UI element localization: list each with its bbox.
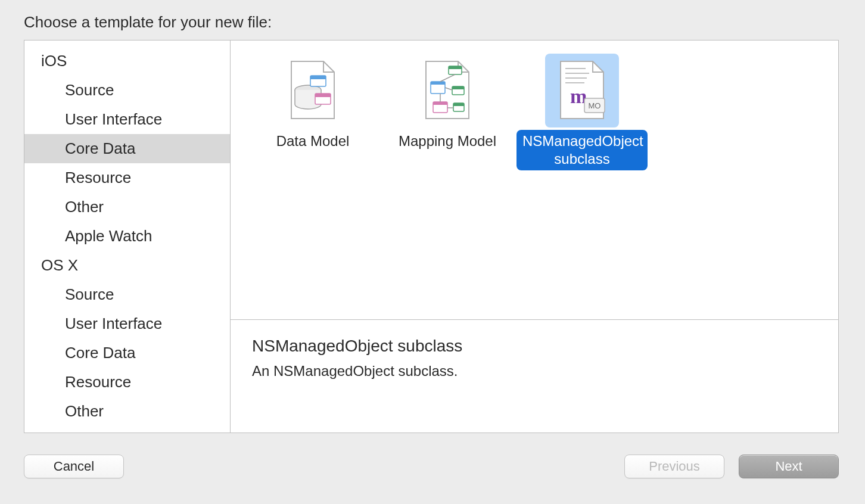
svg-rect-6 [449, 66, 462, 69]
previous-button[interactable]: Previous [624, 455, 724, 478]
template-nsmanagedobject-label: NSManagedObject subclass [516, 130, 648, 170]
svg-rect-12 [433, 102, 447, 105]
footer-bar: Cancel Previous Next [24, 455, 839, 478]
mapping-model-icon [410, 54, 484, 127]
sidebar-item-ios-user-interface[interactable]: User Interface [24, 105, 230, 134]
sidebar-item-osx-other[interactable]: Other [24, 397, 230, 426]
sidebar-item-ios-resource[interactable]: Resource [24, 163, 230, 192]
dialog-root: Choose a template for your new file: iOS… [0, 0, 865, 504]
svg-rect-10 [452, 86, 464, 89]
category-sidebar: iOS Source User Interface Core Data Reso… [24, 41, 231, 433]
data-model-icon [276, 54, 350, 127]
svg-rect-2 [310, 76, 326, 79]
template-grid: Data Model [231, 41, 838, 319]
sidebar-item-ios-source[interactable]: Source [24, 76, 230, 105]
sidebar-section-ios: iOS [24, 46, 230, 76]
cancel-button[interactable]: Cancel [24, 455, 124, 478]
svg-rect-4 [315, 94, 331, 97]
template-data-model[interactable]: Data Model [252, 49, 374, 156]
sidebar-item-osx-user-interface[interactable]: User Interface [24, 309, 230, 338]
sidebar-section-osx: OS X [24, 251, 230, 280]
detail-title: NSManagedObject subclass [252, 337, 817, 356]
detail-panel: NSManagedObject subclass An NSManagedObj… [231, 319, 838, 433]
template-nsmanagedobject-subclass[interactable]: m MO NSManagedObject subclass [521, 49, 643, 174]
dialog-title: Choose a template for your new file: [24, 13, 841, 32]
sidebar-item-ios-core-data[interactable]: Core Data [24, 134, 230, 163]
sidebar-item-ios-other[interactable]: Other [24, 192, 230, 222]
template-data-model-label: Data Model [270, 130, 356, 153]
main-panel: iOS Source User Interface Core Data Reso… [24, 40, 839, 433]
managed-object-icon: m MO [545, 54, 619, 127]
sidebar-item-ios-apple-watch[interactable]: Apple Watch [24, 222, 230, 251]
template-main: Data Model [231, 41, 838, 433]
template-mapping-model[interactable]: Mapping Model [387, 49, 508, 156]
svg-rect-14 [453, 103, 464, 106]
svg-rect-8 [431, 82, 445, 85]
svg-text:MO: MO [589, 101, 601, 110]
sidebar-item-osx-core-data[interactable]: Core Data [24, 338, 230, 368]
detail-description: An NSManagedObject subclass. [252, 363, 817, 379]
sidebar-item-osx-source[interactable]: Source [24, 280, 230, 309]
sidebar-item-osx-resource[interactable]: Resource [24, 368, 230, 397]
next-button[interactable]: Next [739, 455, 839, 478]
template-mapping-model-label: Mapping Model [393, 130, 502, 153]
